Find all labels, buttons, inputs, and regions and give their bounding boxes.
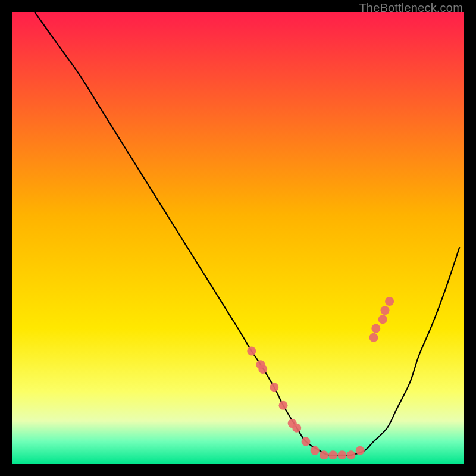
watermark-text: TheBottleneck.com	[359, 1, 463, 15]
sample-dot	[258, 365, 267, 374]
sample-dot	[337, 450, 346, 459]
sample-dot	[369, 333, 378, 342]
sample-dot	[320, 450, 328, 459]
sample-dot	[311, 446, 320, 455]
sample-dot	[371, 324, 380, 333]
sample-dot	[385, 297, 394, 306]
sample-dot	[279, 401, 288, 410]
sample-dot	[381, 306, 390, 315]
sample-dot	[247, 347, 256, 356]
sample-dot	[347, 450, 356, 459]
sample-dot	[378, 315, 387, 324]
sample-dot	[356, 446, 365, 455]
chart-plot	[12, 12, 464, 464]
chart-svg	[12, 12, 464, 464]
sample-dot	[302, 437, 311, 446]
sample-dot	[292, 424, 301, 433]
gradient-bg	[12, 12, 464, 464]
sample-dot	[328, 450, 337, 459]
sample-dot	[270, 383, 278, 392]
